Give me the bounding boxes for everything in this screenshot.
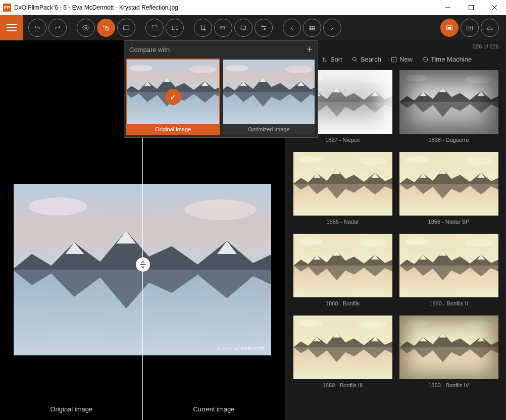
preview-left-label: Original image [50, 405, 92, 413]
svg-line-37 [393, 59, 394, 60]
compare-header-label: Compare with [129, 46, 170, 54]
single-view-button[interactable] [117, 19, 135, 37]
preset-caption: 1860 - Bonfils II [399, 297, 498, 306]
svg-rect-28 [467, 26, 473, 30]
compare-option-original[interactable]: ✓ Original image [126, 59, 220, 135]
preset-caption: 1860 - Bonfils III [293, 379, 392, 388]
preview-split[interactable]: © EVA MCDERMOTT [14, 184, 271, 355]
one-to-one-button[interactable]: 1:1 [166, 19, 184, 37]
svg-point-9 [103, 26, 104, 27]
svg-point-29 [469, 27, 471, 29]
preset-item[interactable]: 1860 - Bonfils [293, 234, 392, 306]
fit-button[interactable] [145, 19, 164, 37]
forward-button[interactable] [323, 19, 341, 37]
titlebar: FP DxO FilmPack 6 - 5 - Eva McDermott - … [0, 0, 506, 15]
compare-option-optimized[interactable]: Optimized image [222, 59, 316, 135]
preset-caption: 1856 - Nadar [293, 216, 392, 225]
svg-rect-13 [124, 26, 129, 30]
preset-caption: 1856 - Nadar SP [399, 216, 498, 225]
app-icon: FP [3, 4, 11, 12]
svg-point-34 [352, 57, 356, 61]
sort-button[interactable]: Sort [321, 56, 342, 63]
svg-rect-15 [241, 26, 246, 30]
minimize-button[interactable] [436, 0, 460, 15]
preview-right-label: Current image [193, 405, 234, 413]
snapshot-button[interactable] [461, 19, 479, 37]
svg-rect-24 [312, 28, 313, 30]
preset-item[interactable]: 1860 - Bonfils II [399, 234, 498, 306]
svg-rect-21 [312, 26, 313, 27]
viewer: Compare with + ✓ Original image Optimize… [0, 40, 285, 420]
svg-rect-14 [152, 25, 157, 30]
toolbar: 1:1 90° [0, 15, 506, 40]
svg-point-8 [85, 27, 87, 29]
menu-button[interactable] [0, 15, 23, 40]
compare-add-button[interactable]: + [307, 44, 313, 56]
svg-rect-27 [448, 27, 451, 29]
window-title: DxO FilmPack 6 - 5 - Eva McDermott - Kry… [14, 4, 436, 11]
maximize-button[interactable] [460, 0, 483, 15]
svg-rect-22 [314, 26, 315, 27]
preset-item[interactable]: 1838 - Daguerre [399, 70, 498, 143]
straighten-button[interactable] [234, 19, 252, 37]
redo-button[interactable] [48, 19, 67, 37]
preset-item[interactable]: 1856 - Nadar SP [399, 152, 498, 225]
preset-caption: 1860 - Bonfils [293, 297, 392, 306]
svg-rect-5 [469, 6, 474, 10]
split-knob-icon[interactable] [136, 257, 150, 272]
sliders-button[interactable] [255, 19, 273, 37]
watermark: © EVA MCDERMOTT [218, 346, 265, 351]
grid-button[interactable] [303, 19, 321, 37]
search-button[interactable]: Search [351, 56, 381, 63]
preset-caption: 1838 - Daguerre [399, 134, 498, 143]
preview-eye-button[interactable] [77, 19, 95, 37]
new-button[interactable]: New [390, 56, 413, 63]
histogram-button[interactable] [481, 19, 499, 37]
preset-item[interactable]: 1856 - Nadar [293, 152, 392, 225]
rotate-button[interactable]: 90° [214, 19, 232, 37]
time-machine-button[interactable]: Time Machine [422, 56, 472, 63]
compare-option-label: Optimized image [223, 124, 315, 134]
check-icon: ✓ [165, 89, 181, 105]
back-button[interactable] [283, 19, 301, 37]
export-button[interactable] [440, 19, 459, 37]
undo-button[interactable] [28, 19, 46, 37]
close-button[interactable] [483, 0, 506, 15]
preset-item[interactable]: 1860 - Bonfils IV [399, 316, 498, 388]
svg-point-11 [106, 26, 107, 27]
preset-grid[interactable]: 1827 - Niepce1838 - Daguerre1856 - Nadar… [285, 68, 506, 420]
svg-rect-20 [310, 26, 311, 27]
svg-line-35 [356, 60, 357, 62]
preset-item[interactable]: 1860 - Bonfils III [293, 316, 392, 388]
preset-caption: 1860 - Bonfils IV [399, 379, 498, 388]
crop-button[interactable] [194, 19, 212, 37]
compare-history-button[interactable] [97, 19, 115, 37]
svg-rect-23 [310, 28, 311, 30]
compare-panel: Compare with + ✓ Original image Optimize… [124, 40, 318, 138]
preset-counter: 226 of 226 [285, 40, 506, 52]
svg-point-10 [105, 26, 106, 27]
svg-rect-25 [314, 28, 315, 30]
compare-option-label: Original image [127, 124, 219, 134]
